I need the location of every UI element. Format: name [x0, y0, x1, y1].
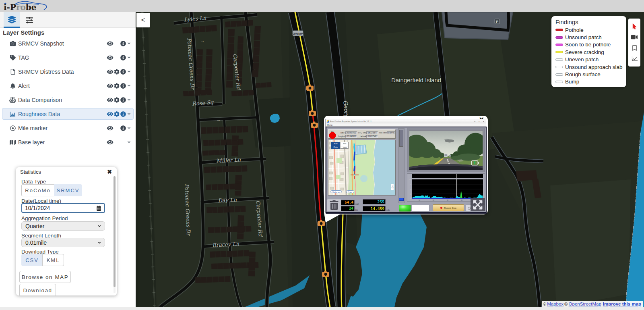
- layer-label: TAG: [18, 54, 107, 61]
- chart-button[interactable]: [631, 55, 638, 62]
- video-camera-icon: [631, 34, 638, 40]
- date-field-label: Date: [341, 132, 345, 134]
- map-icon: [9, 139, 16, 146]
- layer-row-alert[interactable]: Alert: [2, 79, 134, 93]
- visibility-icon[interactable]: [107, 139, 114, 146]
- svg-text:40: 40: [410, 193, 411, 195]
- layer-row-srmcv-distress-data[interactable]: SRMCV Distress Data: [2, 64, 134, 79]
- app-titlebar: Road Surface Properties System Indoor Ve…: [326, 119, 486, 123]
- video-button[interactable]: [631, 33, 638, 41]
- finding-swatch: [555, 36, 563, 39]
- app-title: Road Surface Properties System Indoor Ve…: [330, 121, 372, 123]
- iprobe-logo: i-Probe: [3, 0, 54, 12]
- improve-map-link[interactable]: Improve this map: [603, 302, 641, 306]
- download-button[interactable]: Download: [19, 284, 56, 295]
- chevron-down-icon[interactable]: [126, 111, 131, 117]
- srmcv-button[interactable]: SRMCV: [54, 184, 82, 196]
- date-input[interactable]: 10/1/2024: [21, 203, 105, 213]
- bookmark-button[interactable]: [631, 44, 638, 52]
- app-body: Rec Date 2024/07/01 UTC Time 18:12:33.4 …: [326, 127, 487, 214]
- app-icon: [327, 120, 329, 123]
- visibility-icon[interactable]: [107, 69, 114, 75]
- visibility-icon[interactable]: [107, 97, 114, 103]
- finding-row-rough-surface: Rough surface: [555, 71, 626, 78]
- file-icon: [9, 68, 16, 75]
- lcd-heading: 255: [363, 199, 386, 204]
- minimap-pill: Trace: [346, 190, 354, 193]
- app-splitter: [398, 128, 405, 203]
- visibility-icon[interactable]: [107, 40, 114, 47]
- layer-row-base-layer[interactable]: Base layer: [2, 135, 134, 149]
- expand-overlay[interactable]: [471, 198, 485, 211]
- info-icon[interactable]: [120, 125, 126, 131]
- layer-row-srmcv-snapshot[interactable]: SRMCV Snapshot: [2, 36, 134, 50]
- data-type-toggle: RoCoMo SRMCV: [21, 184, 82, 196]
- bell-icon: [9, 82, 16, 89]
- gear-icon[interactable]: [114, 111, 120, 117]
- rectime-field-value: 00:34:45.1: [387, 131, 395, 134]
- visibility-icon[interactable]: [107, 54, 114, 61]
- info-icon[interactable]: [120, 83, 126, 89]
- app-menubar: Menu: [326, 123, 486, 127]
- kml-button[interactable]: KML: [42, 254, 64, 266]
- layer-row-roughness-data[interactable]: Roughness Data: [2, 108, 134, 120]
- status-box: [412, 205, 429, 212]
- finding-swatch: [555, 73, 563, 76]
- finding-label: Uneven patch: [565, 56, 599, 62]
- visibility-icon[interactable]: [107, 111, 114, 117]
- info-icon[interactable]: [120, 40, 126, 47]
- osm-link[interactable]: OpenStreetMap: [569, 302, 601, 306]
- visibility-icon[interactable]: [107, 83, 114, 89]
- layer-row-tag[interactable]: TAG: [2, 50, 134, 64]
- mapbox-link[interactable]: Mapbox: [547, 302, 564, 306]
- layer-label: Roughness Data: [18, 111, 107, 117]
- tab-settings[interactable]: [21, 12, 37, 28]
- finding-row-uneven-patch: Uneven patch: [555, 56, 626, 63]
- info-icon[interactable]: [120, 97, 126, 103]
- trash-overlay[interactable]: [327, 199, 341, 211]
- finding-label: Severe cracking: [565, 49, 604, 55]
- app-minimize-button: –: [474, 120, 475, 123]
- chevron-down-icon[interactable]: [126, 125, 131, 131]
- statistics-header[interactable]: Statistics ✖: [16, 167, 117, 176]
- segment-select[interactable]: 0.01mile: [21, 238, 105, 247]
- calendar-icon[interactable]: [96, 206, 101, 211]
- select-cursor-button[interactable]: [631, 23, 638, 30]
- chevron-down-icon[interactable]: [126, 97, 131, 103]
- download-type-toggle: CSV KML: [21, 254, 64, 266]
- statistics-panel: Statistics ✖ Data Type RoCoMo SRMCV Date…: [16, 167, 117, 295]
- info-icon[interactable]: [120, 54, 126, 61]
- minimap-button: Color: [331, 146, 340, 150]
- rocomo-button[interactable]: RoCoMo: [21, 184, 54, 196]
- statistics-close-icon[interactable]: ✖: [107, 169, 112, 175]
- scrollbar-thumb[interactable]: [114, 176, 116, 287]
- chevron-down-icon[interactable]: [126, 54, 131, 61]
- tab-layers[interactable]: [4, 12, 20, 28]
- info-icon[interactable]: [120, 111, 126, 117]
- statistics-scrollbar[interactable]: [114, 176, 116, 293]
- gear-icon[interactable]: [114, 97, 120, 103]
- finding-label: Pothole: [565, 27, 584, 33]
- chevron-down-icon[interactable]: [126, 69, 131, 75]
- app-maximize-button: □: [479, 120, 480, 123]
- aggregation-select[interactable]: Quarter: [21, 221, 105, 231]
- sidebar-collapse-button[interactable]: <: [136, 13, 150, 27]
- expand-arrows-icon: [473, 200, 483, 210]
- gear-icon[interactable]: [114, 69, 120, 75]
- balance-scale-icon: [9, 96, 16, 104]
- street-label-day: Day Ln: [218, 197, 237, 204]
- chevron-down-icon[interactable]: [126, 83, 131, 89]
- aggregation-label: Aggregation Period: [21, 215, 68, 221]
- layer-label: Base layer: [18, 139, 107, 146]
- lcd-speed: 54.4: [341, 200, 355, 205]
- chevron-down-icon[interactable]: [126, 40, 131, 47]
- record-stop-button[interactable]: Record Stop: [433, 204, 464, 211]
- gear-icon[interactable]: [114, 83, 120, 89]
- chevron-down-icon[interactable]: [126, 139, 131, 146]
- layer-row-data-comparison[interactable]: Data Comparison: [2, 93, 134, 107]
- layer-row-mile-marker[interactable]: Mile marker: [2, 121, 134, 135]
- visibility-icon[interactable]: [107, 125, 114, 131]
- csv-button[interactable]: CSV: [21, 254, 42, 266]
- browse-on-map-button[interactable]: Browse on MAP: [19, 271, 71, 283]
- info-icon[interactable]: [120, 69, 126, 75]
